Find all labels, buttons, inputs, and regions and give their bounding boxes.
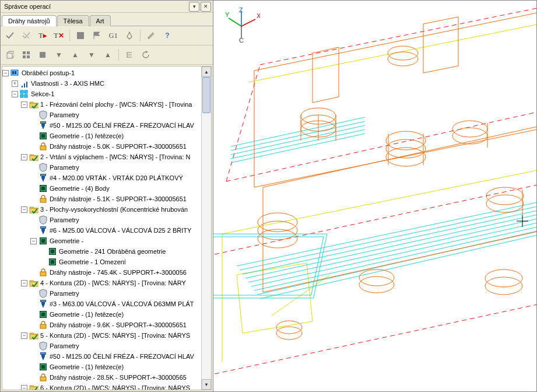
tree-tool[interactable]: +#3 - M63.00 VÁLCOVÁ - VÁLCOVÁ D63MM PLÁ… — [2, 299, 201, 309]
tree-tool[interactable]: +#4 - M20.00 VRTÁK - VRTÁK D20 PLÁTKOVÝ — [2, 173, 201, 183]
tree-toolpaths[interactable]: +Dráhy nástroje - 5.1K - SUPPORT-+-30000… — [2, 194, 201, 204]
toolbar-separator — [69, 30, 70, 41]
tree-tool[interactable]: +#50 - M125.00 ČELNÍ FRÉZA - FRÉZOVACÍ H… — [2, 351, 201, 362]
svg-line-66 — [260, 8, 536, 65]
svg-rect-29 — [41, 176, 45, 178]
svg-point-84 — [388, 52, 418, 66]
tree-label: Parametry — [50, 162, 79, 173]
operations-tree[interactable]: −Obráběcí postup-1+Vlastnosti - 3 - AXIS… — [2, 66, 201, 390]
tree-properties[interactable]: +Vlastnosti - 3 - AXIS HMC — [2, 78, 201, 89]
tree-mode-button[interactable] — [122, 48, 136, 62]
svg-rect-33 — [40, 198, 46, 202]
tool-icon — [38, 173, 48, 183]
svg-point-82 — [258, 229, 297, 248]
scroll-track[interactable] — [202, 77, 211, 379]
tree-geometry[interactable]: +Geometrie - (1) řetězec(e) — [2, 362, 201, 372]
tree-operation[interactable]: −4 - Kontura (2D) - [WCS: NÁRYS] - [Trov… — [2, 278, 201, 288]
tree-root[interactable]: −Obráběcí postup-1 — [2, 68, 201, 78]
square-icon — [76, 32, 85, 40]
tree-section[interactable]: −Sekce-1 — [2, 89, 201, 99]
tree-icon — [125, 51, 134, 59]
tree-expander[interactable]: − — [21, 206, 27, 213]
display-toggle-button[interactable] — [3, 48, 17, 62]
panel-menu-button[interactable]: ▾ — [189, 2, 199, 12]
scroll-down-button[interactable]: ▼ — [202, 379, 211, 390]
scroll-up-button[interactable]: ▲ — [202, 66, 211, 77]
display-mode-button[interactable] — [19, 48, 33, 62]
panel-title: Správce operací — [2, 3, 188, 10]
tree-params[interactable]: +Parametry — [2, 215, 201, 225]
tree-params[interactable]: +Parametry — [2, 110, 201, 120]
tool-icon — [38, 352, 48, 361]
tree-operation[interactable]: −3 - Plochy-vysokorychlostní (Koncentric… — [2, 204, 201, 215]
machine-icon — [10, 68, 20, 78]
tree-geometry[interactable]: +Geometrie - (4) Body — [2, 183, 201, 194]
tool-info-button[interactable] — [122, 29, 136, 43]
folder-icon — [29, 383, 38, 390]
geometry-icon — [48, 247, 57, 256]
tab-label: Art — [96, 18, 104, 24]
post-button[interactable]: G1 — [106, 29, 120, 43]
tree-geometry[interactable]: +Geometrie - (1) řetězec(e) — [2, 131, 201, 141]
svg-point-90 — [486, 187, 524, 205]
scroll-thumb[interactable] — [202, 77, 210, 113]
edit-button[interactable] — [144, 29, 158, 43]
tree-scrollbar[interactable]: ▲ ▼ — [201, 66, 211, 390]
tree-expander[interactable]: − — [21, 332, 27, 339]
tree-expander[interactable]: − — [12, 91, 18, 97]
lock-button[interactable] — [36, 48, 50, 62]
sort-up-button[interactable]: ▲ — [68, 48, 82, 62]
help-button[interactable]: ? — [160, 29, 174, 43]
tab-solids[interactable]: Tělesa — [57, 15, 89, 26]
tree-expander[interactable]: − — [21, 385, 27, 390]
tree-params[interactable]: +Parametry — [2, 288, 201, 299]
tree-operation[interactable]: −2 - Vrtání s výplachem - [WCS: NÁRYS] -… — [2, 152, 201, 162]
tree-tool[interactable]: +#50 - M125.00 ČELNÍ FRÉZA - FRÉZOVACÍ H… — [2, 120, 201, 131]
t-cancel-icon: T✕ — [54, 32, 64, 40]
svg-rect-35 — [41, 229, 45, 230]
sort-down-2-button[interactable]: ▼ — [85, 48, 99, 62]
regenerate-button[interactable]: T▸ — [36, 29, 50, 43]
backplot-button[interactable] — [73, 29, 87, 43]
tree-expander[interactable]: + — [12, 80, 18, 87]
flag-icon — [93, 32, 101, 40]
tool-icon — [38, 299, 48, 309]
operations-tree-container: −Obráběcí postup-1+Vlastnosti - 3 - AXIS… — [2, 66, 212, 390]
tree-expander[interactable]: − — [21, 102, 27, 108]
tree-toolpaths[interactable]: +Dráhy nástroje - 28.5K - SUPPORT-+-3000… — [2, 372, 201, 383]
verify-button[interactable] — [90, 29, 104, 43]
tree-operation[interactable]: −1 - Frézování čelní plochy - [WCS: NÁRY… — [2, 99, 201, 110]
cad-viewport[interactable]: X Y Z C — [213, 1, 536, 391]
grid-icon — [22, 51, 30, 59]
tree-params[interactable]: +Parametry — [2, 162, 201, 173]
refresh-button[interactable] — [139, 48, 153, 62]
tree-expander[interactable]: − — [30, 238, 37, 244]
tree-params[interactable]: +Parametry — [2, 341, 201, 351]
tab-art[interactable]: Art — [90, 15, 111, 26]
tree-geometry[interactable]: −Geometrie - — [2, 236, 201, 246]
deselect-all-button[interactable] — [19, 29, 33, 43]
tree-operation[interactable]: −5 - Kontura (2D) - [WCS: NÁRYS] - [Trov… — [2, 330, 201, 341]
tree-geometry-child[interactable]: +Geometrie - 241 Obráběná geometrie — [2, 246, 201, 257]
svg-rect-1 — [77, 32, 84, 39]
regenerate-all-button[interactable]: T✕ — [52, 29, 66, 43]
tree-toolpaths[interactable]: +Dráhy nástroje - 745.4K - SUPPORT-+-300… — [2, 267, 201, 278]
tree-toolpaths[interactable]: +Dráhy nástroje - 5.0K - SUPPORT-+-30000… — [2, 141, 201, 152]
sort-up-2-button[interactable]: ▲ — [101, 48, 115, 62]
tree-expander[interactable]: − — [21, 280, 27, 286]
tree-toolpaths[interactable]: +Dráhy nástroje - 9.6K - SUPPORT-+-30000… — [2, 320, 201, 330]
tree-operation[interactable]: −6 - Kontura (2D) - [WCS: NÁRYS] - [Trov… — [2, 383, 201, 390]
tree-expander[interactable]: − — [2, 70, 9, 76]
tree-label: Geometrie - (1) řetězec(e) — [50, 131, 124, 141]
svg-point-91 — [486, 195, 524, 212]
select-all-button[interactable] — [3, 29, 17, 43]
tree-geometry-child[interactable]: +Geometrie - 1 Omezení — [2, 257, 201, 267]
panel-close-button[interactable]: ✕ — [201, 2, 211, 12]
svg-rect-27 — [40, 146, 46, 150]
tree-tool[interactable]: +#6 - M25.00 VÁLCOVÁ - VÁLCOVÁ D25 2 BŘI… — [2, 225, 201, 236]
svg-rect-49 — [40, 324, 46, 328]
tab-toolpaths[interactable]: Dráhy nástrojů — [2, 15, 57, 26]
tree-geometry[interactable]: +Geometrie - (1) řetězec(e) — [2, 309, 201, 320]
sort-down-button[interactable]: ▼ — [52, 48, 66, 62]
tree-expander[interactable]: − — [21, 154, 27, 160]
